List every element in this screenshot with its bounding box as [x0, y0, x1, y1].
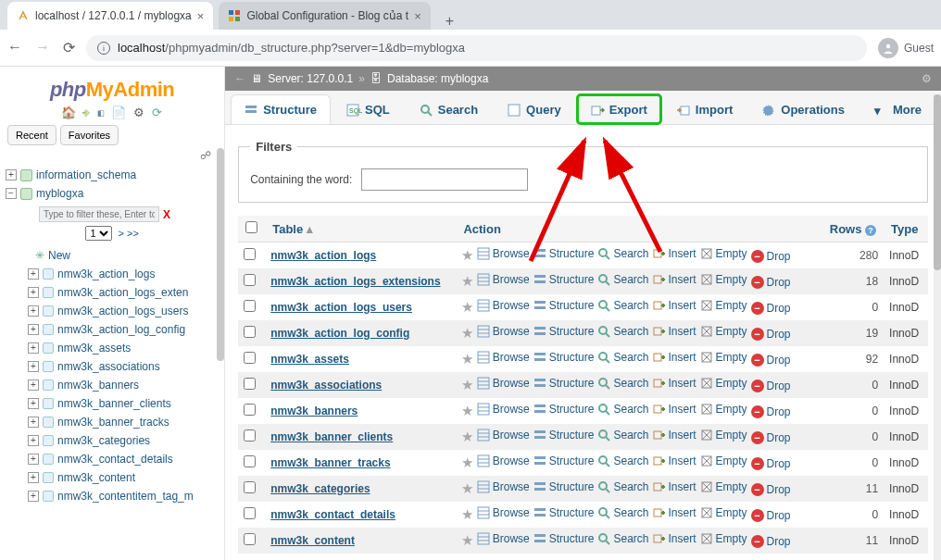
crumb-database[interactable]: Database: myblogxa	[387, 72, 488, 85]
search-action[interactable]: Search	[597, 429, 648, 442]
col-type[interactable]: Type	[884, 216, 928, 243]
empty-action[interactable]: Empty	[700, 454, 747, 467]
vertical-scrollbar[interactable]	[934, 94, 941, 560]
new-table[interactable]: ✳ New	[6, 246, 219, 265]
table-name-link[interactable]: nmw3k_action_logs	[270, 249, 376, 262]
drop-action[interactable]: −Drop	[751, 483, 791, 496]
tab-more[interactable]: ▾More	[860, 94, 935, 124]
favorite-star-icon[interactable]: ★	[461, 299, 473, 315]
favorite-star-icon[interactable]: ★	[461, 532, 473, 548]
crumb-server[interactable]: Server: 127.0.0.1	[268, 72, 353, 85]
tab-sql[interactable]: SQLSQL	[332, 94, 404, 124]
drop-action[interactable]: −Drop	[751, 535, 791, 548]
empty-action[interactable]: Empty	[700, 429, 747, 442]
row-checkbox[interactable]	[244, 429, 256, 442]
insert-action[interactable]: Insert	[653, 325, 696, 338]
containing-word-input[interactable]	[361, 168, 528, 191]
link-icon[interactable]: ☍	[200, 149, 211, 162]
empty-action[interactable]: Empty	[700, 506, 747, 519]
settings-icon[interactable]: ⚙	[133, 106, 146, 119]
table-name-link[interactable]: nmw3k_assets	[270, 353, 349, 366]
favorite-star-icon[interactable]: ★	[461, 247, 473, 263]
tab-structure[interactable]: Structure	[231, 94, 331, 124]
browse-action[interactable]: Browse	[477, 325, 530, 338]
table-name-link[interactable]: nmw3k_action_log_config	[270, 327, 409, 340]
sidebar-table-item[interactable]: +nmw3k_content	[6, 468, 219, 487]
structure-action[interactable]: Structure	[533, 506, 595, 519]
empty-action[interactable]: Empty	[700, 532, 747, 545]
favorites-button[interactable]: Favorites	[60, 125, 119, 145]
drop-action[interactable]: −Drop	[751, 509, 791, 522]
empty-action[interactable]: Empty	[700, 273, 747, 286]
drop-action[interactable]: −Drop	[751, 405, 791, 418]
search-action[interactable]: Search	[597, 454, 648, 467]
sidebar-table-item[interactable]: +nmw3k_contentitem_tag_m	[6, 487, 219, 505]
clear-filter-icon[interactable]: X	[163, 208, 170, 221]
insert-action[interactable]: Insert	[653, 377, 696, 390]
table-name-link[interactable]: nmw3k_action_logs_users	[270, 301, 412, 314]
expand-icon[interactable]: +	[28, 361, 39, 372]
insert-action[interactable]: Insert	[653, 480, 696, 493]
search-action[interactable]: Search	[597, 325, 648, 338]
help-icon[interactable]: ?	[865, 225, 876, 236]
favorite-star-icon[interactable]: ★	[461, 454, 473, 470]
drop-action[interactable]: −Drop	[751, 276, 791, 289]
table-filter-input[interactable]	[39, 206, 159, 222]
insert-action[interactable]: Insert	[653, 247, 696, 260]
insert-action[interactable]: Insert	[653, 532, 696, 545]
favorite-star-icon[interactable]: ★	[461, 273, 473, 289]
tab-export[interactable]: Export	[577, 94, 661, 124]
search-action[interactable]: Search	[597, 506, 648, 519]
close-icon[interactable]: ×	[197, 9, 205, 23]
expand-icon[interactable]: +	[28, 287, 39, 298]
row-checkbox[interactable]	[244, 326, 256, 338]
drop-action[interactable]: −Drop	[751, 250, 791, 263]
empty-action[interactable]: Empty	[700, 299, 747, 312]
table-name-link[interactable]: nmw3k_contact_details	[270, 508, 395, 521]
expand-icon[interactable]: +	[6, 169, 17, 180]
row-checkbox[interactable]	[244, 481, 256, 493]
insert-action[interactable]: Insert	[653, 273, 696, 286]
sidebar-table-item[interactable]: +nmw3k_banners	[6, 376, 219, 394]
favorite-star-icon[interactable]: ★	[461, 429, 473, 444]
recent-button[interactable]: Recent	[7, 125, 56, 145]
collapse-icon[interactable]: −	[6, 188, 17, 199]
drop-action[interactable]: −Drop	[751, 302, 791, 315]
browse-action[interactable]: Browse	[477, 403, 530, 416]
structure-action[interactable]: Structure	[533, 532, 595, 545]
expand-icon[interactable]: +	[28, 380, 39, 391]
structure-action[interactable]: Structure	[533, 454, 595, 467]
drop-action[interactable]: −Drop	[751, 380, 791, 392]
expand-icon[interactable]: +	[28, 305, 39, 317]
favorite-star-icon[interactable]: ★	[461, 351, 473, 367]
sidebar-table-item[interactable]: +nmw3k_categories	[6, 431, 219, 450]
browser-tab-1[interactable]: localhost / 127.0.0.1 / myblogxa ×	[7, 2, 213, 30]
browse-action[interactable]: Browse	[477, 480, 530, 493]
sidebar-table-item[interactable]: +nmw3k_banner_clients	[6, 394, 219, 413]
search-action[interactable]: Search	[597, 532, 648, 545]
drop-action[interactable]: −Drop	[751, 457, 791, 470]
row-checkbox[interactable]	[244, 455, 256, 467]
reload-nav-icon[interactable]: ⟳	[152, 106, 164, 119]
structure-action[interactable]: Structure	[533, 480, 595, 493]
row-checkbox[interactable]	[244, 507, 256, 519]
home-icon[interactable]: 🏠	[61, 106, 78, 119]
browse-action[interactable]: Browse	[477, 532, 530, 545]
expand-icon[interactable]: +	[28, 417, 39, 428]
empty-action[interactable]: Empty	[700, 403, 747, 416]
empty-action[interactable]: Empty	[700, 351, 747, 364]
close-icon[interactable]: ×	[414, 9, 421, 23]
table-name-link[interactable]: nmw3k_banner_clients	[270, 430, 393, 443]
favorite-star-icon[interactable]: ★	[461, 325, 473, 341]
search-action[interactable]: Search	[597, 480, 648, 493]
col-table[interactable]: Table ▴	[265, 216, 456, 243]
search-action[interactable]: Search	[597, 273, 648, 286]
tab-operations[interactable]: Operations	[748, 94, 859, 124]
row-checkbox[interactable]	[244, 300, 256, 312]
sidebar-table-item[interactable]: +nmw3k_associations	[6, 357, 219, 376]
drop-action[interactable]: −Drop	[751, 354, 791, 367]
search-action[interactable]: Search	[597, 403, 648, 416]
tab-search[interactable]: Search	[406, 94, 492, 124]
table-name-link[interactable]: nmw3k_banner_tracks	[270, 456, 390, 469]
row-checkbox[interactable]	[244, 274, 256, 286]
